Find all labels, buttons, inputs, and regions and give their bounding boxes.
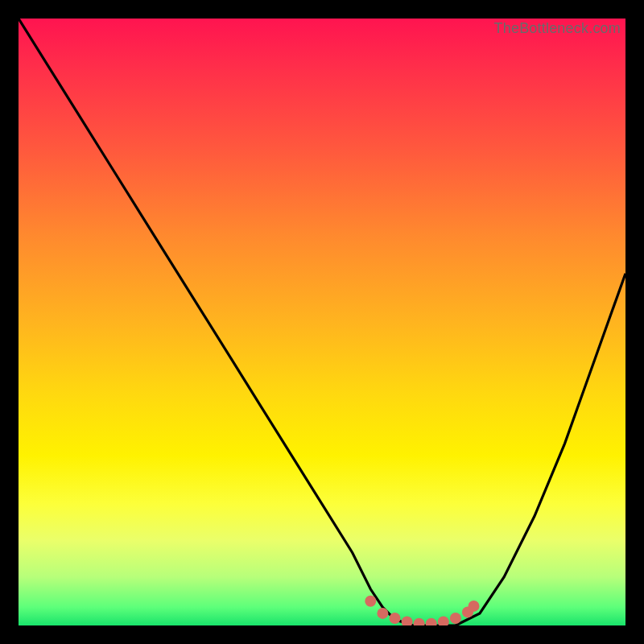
chart-frame: TheBottleneck.com <box>19 19 625 625</box>
optimal-point <box>414 618 425 625</box>
optimal-point <box>426 618 437 625</box>
plot-area <box>19 19 625 625</box>
optimal-point <box>450 613 461 624</box>
optimal-point <box>390 613 401 624</box>
curve-layer <box>19 19 625 625</box>
optimal-point <box>438 617 449 626</box>
watermark-label: TheBottleneck.com <box>494 20 621 37</box>
optimal-point <box>402 617 413 626</box>
optimal-point <box>469 601 480 612</box>
curve-path <box>19 19 625 625</box>
optimal-point <box>365 596 376 607</box>
optimal-point <box>377 608 388 619</box>
bottleneck-curve <box>19 19 625 625</box>
